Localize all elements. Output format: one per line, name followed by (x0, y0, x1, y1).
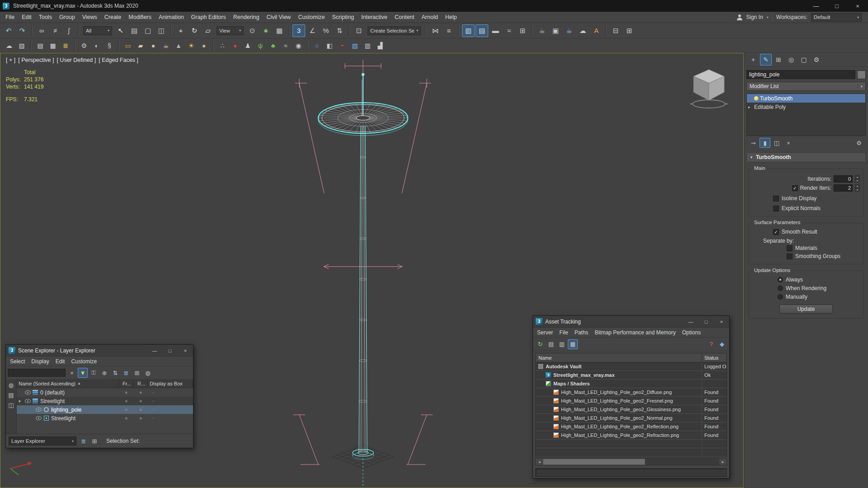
half-toggle-icon[interactable]: ◧ ▾ (324, 40, 335, 52)
menu-item[interactable]: Arnold (418, 12, 442, 23)
asset-tracking-titlebar[interactable]: 3 Asset Tracking — □ × (533, 316, 729, 328)
sun-icon[interactable]: ☀ ▾ (185, 40, 197, 52)
particles-icon[interactable]: ∴ ▾ (217, 40, 228, 52)
rectangular-selection-region-icon[interactable]: ▢ ▾ (142, 24, 154, 37)
minimize-button[interactable]: — (683, 316, 698, 327)
close-button[interactable]: × (714, 316, 729, 327)
render-state-icon[interactable]: ∗ (139, 390, 142, 395)
reference-coordinate-dropdown[interactable]: View ▾ (217, 26, 244, 35)
modifier-list-dropdown[interactable]: Modifier List▾ (746, 82, 866, 91)
rendered-frame-window-icon[interactable]: ▣ ▾ (549, 24, 562, 37)
cube-tool-icon[interactable]: ▧ ▾ (349, 40, 361, 52)
scrollbar-thumb[interactable] (543, 459, 645, 465)
scene-explorer-menu-item[interactable]: Customize (68, 358, 100, 365)
render-state-icon[interactable]: ∗ (139, 399, 142, 404)
tab-utilities[interactable]: ⚙ (811, 54, 822, 66)
spiral-icon[interactable]: § ▾ (104, 40, 115, 52)
asset-tracking-menu-item[interactable]: Server (534, 329, 556, 336)
High_Mast_LED_Lighting_Pole_geo2_Reflection.png[interactable]: High_Mast_LED_Lighting_Pole_geo2_Reflect… (536, 422, 726, 431)
menu-item[interactable]: Edit (18, 12, 35, 23)
scroll-left-icon[interactable]: ◂ (536, 459, 543, 465)
viewport-camera-menu[interactable]: [ User Defined ] (57, 57, 96, 63)
Streetlight_max_vray.max[interactable]: Streetlight_max_vray.max Ok (536, 371, 726, 380)
percent-snap-icon[interactable]: % ▾ (320, 24, 332, 37)
menu-item[interactable]: Group (56, 12, 79, 23)
tab-modify[interactable]: ✎ (760, 54, 772, 66)
explorer-mode-dropdown[interactable]: Layer Explorer▾ (9, 436, 76, 446)
menu-item[interactable]: Tools (35, 12, 56, 23)
toolbar-item[interactable]: ▾ (458, 25, 459, 36)
menu-item[interactable]: Customize (294, 12, 328, 23)
render-in-cloud-icon[interactable]: ☁ ▾ (576, 24, 589, 37)
use-pivot-center-icon[interactable]: ⊙ ▾ (246, 24, 259, 37)
visibility-eye-icon[interactable] (25, 390, 31, 394)
layers-mode-icon[interactable]: ≣ (79, 436, 89, 446)
High_Mast_LED_Lighting_Pole_geo2_Refraction.png[interactable]: High_Mast_LED_Lighting_Pole_geo2_Refract… (536, 431, 726, 440)
cloud-tool-icon[interactable]: ☁ ▾ (3, 40, 15, 52)
modifier-enabled-icon[interactable] (754, 96, 759, 101)
viewcube[interactable] (688, 66, 730, 110)
scene-explorer-menu-item[interactable]: Select (7, 358, 28, 365)
expand-arrow-icon[interactable]: ▾ (19, 399, 23, 404)
render-iters-spinner[interactable]: ▲▼ (855, 184, 860, 192)
maximize-button[interactable]: □ (826, 0, 847, 12)
always-radio[interactable] (778, 277, 783, 282)
pin-stack-icon[interactable]: ⊸ (748, 138, 759, 148)
menu-item[interactable]: Help (442, 12, 461, 23)
toolbar-item[interactable]: ▾ (349, 25, 350, 36)
toolbar-item[interactable]: ▾ (74, 40, 75, 51)
render-production-icon[interactable]: ☕ ▾ (563, 24, 576, 37)
named-selection-sets-icon[interactable]: ⊡ ▾ (353, 24, 365, 37)
iterations-input[interactable]: 0 (834, 175, 853, 183)
close-button[interactable]: × (178, 345, 193, 356)
teapot-primitive-icon[interactable]: ☕ ▾ (160, 40, 172, 52)
chart-tool-icon[interactable]: ▟ ▾ (374, 40, 386, 52)
menu-item[interactable]: Rendering (230, 12, 263, 23)
circle-tool-icon[interactable]: ○ ▾ (311, 40, 323, 52)
material-filter-icon[interactable]: ◍ (143, 368, 153, 378)
explicit-normals-checkbox[interactable] (773, 206, 779, 211)
pick-object-icon[interactable]: ⊕ (99, 368, 109, 378)
stack-item-turbosmooth[interactable]: TurboSmooth (747, 94, 865, 103)
help-icon[interactable]: ? (706, 339, 716, 349)
tab-display[interactable]: ▢ (798, 54, 810, 66)
render-iters-input[interactable]: 2 (834, 184, 853, 192)
menu-item[interactable]: File (2, 12, 18, 23)
clear-search-icon[interactable]: × (67, 368, 77, 378)
grid-layout-icon[interactable]: ⊞ ▾ (623, 24, 636, 37)
toolbar-item[interactable]: ▾ (212, 40, 214, 51)
toolbar-item[interactable]: ▾ (30, 40, 32, 51)
check-assets-icon[interactable]: ↻ (535, 339, 545, 349)
asset-row[interactable] (536, 448, 726, 457)
asset-tracking-menu-item[interactable]: Paths (571, 329, 592, 336)
named-selection-dropdown[interactable]: Create Selection Se ▾ (368, 26, 421, 35)
select-object-icon[interactable]: ↖ ▾ (114, 24, 127, 37)
toolbar-item[interactable]: ▾ (288, 25, 290, 36)
horizontal-scrollbar[interactable]: ◂ ▸ (535, 458, 727, 465)
unlink-selection-icon[interactable]: ≠ ▾ (49, 24, 61, 37)
toolbar-item[interactable]: ▾ (118, 40, 119, 51)
highlight-icon[interactable]: ◆ (717, 339, 727, 349)
undo-icon[interactable]: ↶ ▾ (2, 24, 15, 37)
sign-in-button[interactable]: Sign In (746, 14, 763, 20)
menu-item[interactable]: Views (79, 12, 101, 23)
stack-item-editable-poly[interactable]: Editable Poly (747, 103, 865, 111)
render-iters-checkbox[interactable] (792, 185, 798, 191)
High_Mast_LED_Lighting_Pole_geo2_Diffuse.png[interactable]: High_Mast_LED_Lighting_Pole_geo2_Diffuse… (536, 388, 726, 397)
remove-modifier-icon[interactable]: × (783, 138, 794, 148)
asset-tracking-menu-item[interactable]: File (556, 329, 571, 336)
when-rendering-radio[interactable] (778, 286, 783, 291)
object-name-input[interactable]: lighting_pole (746, 70, 855, 79)
keyboard-override-icon[interactable]: ▦ ▾ (273, 24, 286, 37)
isoline-display-checkbox[interactable] (773, 196, 779, 202)
scroll-right-icon[interactable]: ▸ (719, 459, 726, 465)
box-state-icon[interactable]: ◦ (152, 390, 154, 395)
spinner-snap-icon[interactable]: ⇅ ▾ (333, 24, 346, 37)
schematic-view-icon[interactable]: ⊞ ▾ (516, 24, 529, 37)
ball-primitive-icon[interactable]: ● ▾ (198, 40, 210, 52)
menu-item[interactable]: Content (391, 12, 418, 23)
frozen-state-icon[interactable]: ∗ (124, 399, 128, 404)
new-layer-icon[interactable]: ≣ (121, 368, 131, 378)
angle-snap-icon[interactable]: ∠ ▾ (306, 24, 319, 37)
window-crossing-icon[interactable]: ◫ ▾ (155, 24, 168, 37)
